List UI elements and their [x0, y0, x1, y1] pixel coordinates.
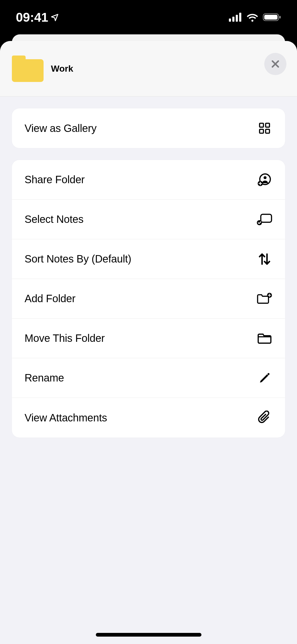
view-attachments-button[interactable]: View Attachments: [12, 398, 285, 438]
sheet-content: View as Gallery Share Folder: [0, 96, 297, 461]
view-as-gallery-button[interactable]: View as Gallery: [12, 108, 285, 148]
close-icon: [270, 59, 280, 69]
svg-rect-14: [261, 214, 272, 222]
svg-rect-7: [260, 123, 263, 127]
menu-label: Sort Notes By (Default): [25, 253, 131, 265]
menu-label: View Attachments: [25, 412, 107, 424]
sheet-header: Work: [0, 41, 297, 96]
battery-icon: [263, 13, 281, 22]
move-folder-button[interactable]: Move This Folder: [12, 319, 285, 358]
cellular-icon: [229, 13, 242, 22]
rename-button[interactable]: Rename: [12, 358, 285, 398]
time-label: 09:41: [16, 10, 48, 25]
action-sheet: Work View as Gallery: [0, 41, 297, 644]
svg-rect-6: [279, 16, 281, 19]
share-person-icon: [257, 172, 272, 188]
grid-icon: [257, 120, 272, 136]
menu-label: Move This Folder: [25, 332, 105, 344]
home-indicator[interactable]: [96, 633, 201, 637]
svg-rect-3: [239, 13, 241, 22]
menu-group-actions: Share Folder Select Notes: [12, 160, 285, 438]
menu-label: Share Folder: [25, 174, 85, 186]
svg-point-12: [263, 176, 266, 179]
status-time: 09:41: [16, 10, 59, 25]
folder-outline-icon: [257, 330, 272, 346]
menu-label: Select Notes: [25, 213, 83, 225]
svg-rect-10: [266, 129, 270, 133]
sort-notes-button[interactable]: Sort Notes By (Default): [12, 239, 285, 279]
select-notes-button[interactable]: Select Notes: [12, 200, 285, 239]
svg-rect-8: [266, 123, 270, 127]
svg-rect-5: [264, 15, 277, 20]
status-bar: 09:41: [0, 0, 297, 34]
pencil-icon: [257, 370, 272, 386]
sort-icon: [257, 251, 272, 267]
add-folder-button[interactable]: Add Folder: [12, 279, 285, 319]
svg-rect-2: [236, 15, 238, 22]
add-folder-icon: [257, 291, 272, 307]
svg-rect-1: [232, 17, 234, 22]
svg-rect-0: [229, 19, 231, 22]
paperclip-icon: [257, 410, 272, 426]
svg-rect-9: [260, 129, 263, 133]
location-icon: [50, 13, 59, 21]
menu-group-view: View as Gallery: [12, 108, 285, 148]
select-icon: [257, 211, 272, 227]
menu-label: Rename: [25, 372, 64, 384]
folder-icon: [12, 56, 44, 82]
menu-label: Add Folder: [25, 293, 76, 305]
menu-label: View as Gallery: [25, 122, 97, 134]
wifi-icon: [246, 13, 258, 22]
status-indicators: [229, 13, 281, 22]
folder-title: Work: [51, 63, 73, 74]
close-button[interactable]: [264, 53, 286, 75]
share-folder-button[interactable]: Share Folder: [12, 160, 285, 200]
